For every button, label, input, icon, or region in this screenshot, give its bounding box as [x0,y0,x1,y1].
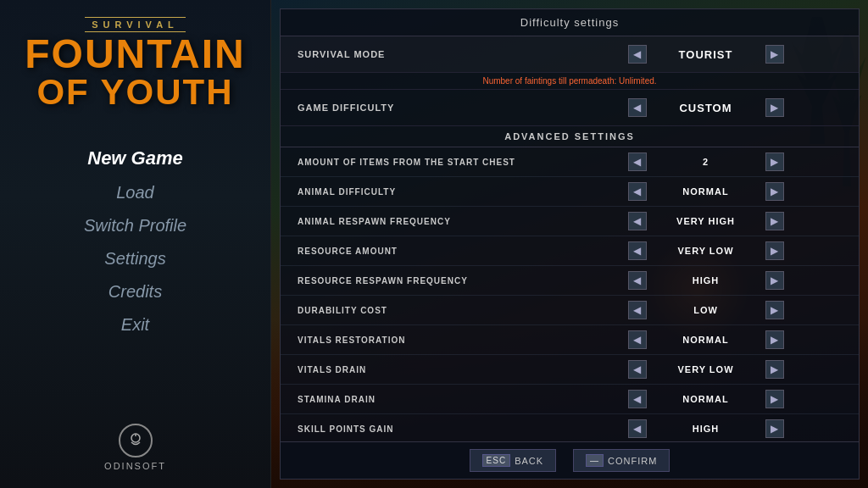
setting-value-6: NORMAL [655,335,757,345]
setting-value-3: VERY LOW [655,246,757,256]
game-difficulty-right-arrow[interactable]: ▶ [765,98,784,117]
setting-left-arrow-3[interactable]: ◀ [628,241,647,260]
setting-value-2: VERY HIGH [655,216,757,226]
back-button[interactable]: Esc BACK [470,449,557,472]
studio-name: ODINSOFT [104,461,166,471]
nav-item-new-game[interactable]: New Game [70,144,200,173]
nav-item-switch-profile[interactable]: Switch Profile [67,213,203,239]
confirm-key-badge: — [586,454,604,467]
setting-label-6: VITALS RESTORATION [298,336,570,345]
setting-label-9: SKILL POINTS GAIN [298,424,570,434]
setting-right-arrow-0[interactable]: ▶ [765,152,784,171]
nav-item-credits[interactable]: Credits [92,279,179,305]
setting-value-area-0: ◀ 2 ▶ [570,152,842,171]
survival-mode-right-arrow[interactable]: ▶ [765,45,784,64]
survival-mode-row: SURVIVAL MODE ◀ TOURIST ▶ [281,36,859,73]
setting-right-arrow-1[interactable]: ▶ [765,182,784,201]
logo-sub-text: OF YOUTH [36,75,233,110]
setting-left-arrow-4[interactable]: ◀ [628,271,647,290]
setting-label-7: VITALS DRAIN [298,365,570,374]
logo-area: SURVIVAL FOUNTAIN OF YOUTH [25,17,245,110]
setting-right-arrow-9[interactable]: ▶ [765,419,784,438]
table-row: RESOURCE AMOUNT ◀ VERY LOW ▶ [281,236,859,266]
game-difficulty-label: GAME DIFFICULTY [298,103,570,113]
setting-value-area-1: ◀ NORMAL ▶ [570,182,842,201]
setting-label-1: ANIMAL DIFFICULTY [298,187,570,197]
setting-right-arrow-2[interactable]: ▶ [765,212,784,230]
setting-left-arrow-0[interactable]: ◀ [628,152,647,171]
nav-item-exit[interactable]: Exit [104,312,166,338]
game-difficulty-left-arrow[interactable]: ◀ [628,98,647,117]
setting-value-1: NORMAL [655,186,757,197]
esc-key-badge: Esc [482,454,511,467]
table-row: AMOUNT OF ITEMS FROM THE START CHEST ◀ 2… [281,147,859,177]
setting-value-area-7: ◀ VERY LOW ▶ [570,360,842,379]
panel-title: Difficulty settings [281,9,859,36]
faintings-note: Number of faintings till permadeath: Unl… [281,73,859,90]
survival-mode-left-arrow[interactable]: ◀ [628,45,647,64]
main-panel: Difficulty settings SURVIVAL MODE ◀ TOUR… [271,0,868,488]
table-row: VITALS RESTORATION ◀ NORMAL ▶ [281,325,859,355]
setting-left-arrow-9[interactable]: ◀ [628,419,647,438]
faintings-value: Unlimited. [619,76,656,86]
setting-value-area-6: ◀ NORMAL ▶ [570,330,842,349]
setting-right-arrow-4[interactable]: ▶ [765,271,784,290]
bottom-buttons: Esc BACK — CONFIRM [281,441,859,479]
game-difficulty-value-area: ◀ CUSTOM ▶ [570,98,842,117]
setting-value-area-5: ◀ LOW ▶ [570,301,842,319]
game-difficulty-value: CUSTOM [655,102,757,114]
setting-left-arrow-1[interactable]: ◀ [628,182,647,201]
sidebar: SURVIVAL FOUNTAIN OF YOUTH New Game Load… [0,0,271,488]
setting-label-8: STAMINA DRAIN [298,395,570,404]
survival-mode-value: TOURIST [655,48,757,61]
confirm-label: CONFIRM [608,456,657,466]
difficulty-panel: Difficulty settings SURVIVAL MODE ◀ TOUR… [280,8,860,480]
nav-item-load[interactable]: Load [99,180,171,206]
back-label: BACK [515,456,543,466]
setting-value-9: HIGH [655,424,757,434]
setting-value-area-4: ◀ HIGH ▶ [570,271,842,290]
setting-value-8: NORMAL [655,394,757,404]
setting-value-0: 2 [655,157,757,167]
setting-left-arrow-5[interactable]: ◀ [628,301,647,319]
table-row: VITALS DRAIN ◀ VERY LOW ▶ [281,355,859,385]
logo-survival-text: SURVIVAL [85,17,186,32]
setting-value-area-3: ◀ VERY LOW ▶ [570,241,842,260]
setting-right-arrow-6[interactable]: ▶ [765,330,784,349]
setting-left-arrow-2[interactable]: ◀ [628,212,647,230]
confirm-button[interactable]: — CONFIRM [573,449,670,472]
logo-main-text: FOUNTAIN [25,34,245,75]
setting-label-2: ANIMAL RESPAWN FREQUENCY [298,217,570,226]
table-row: STAMINA DRAIN ◀ NORMAL ▶ [281,385,859,414]
advanced-settings-title: ADVANCED SETTINGS [281,126,859,147]
table-row: SKILL POINTS GAIN ◀ HIGH ▶ [281,414,859,441]
setting-label-4: RESOURCE RESPAWN FREQUENCY [298,276,570,286]
setting-value-area-8: ◀ NORMAL ▶ [570,390,842,408]
setting-label-0: AMOUNT OF ITEMS FROM THE START CHEST [298,158,570,167]
setting-right-arrow-3[interactable]: ▶ [765,241,784,260]
settings-scroll-area[interactable]: AMOUNT OF ITEMS FROM THE START CHEST ◀ 2… [281,147,859,441]
setting-left-arrow-8[interactable]: ◀ [628,390,647,408]
setting-right-arrow-8[interactable]: ▶ [765,390,784,408]
nav-menu: New Game Load Switch Profile Settings Cr… [0,144,270,338]
setting-value-area-9: ◀ HIGH ▶ [570,419,842,438]
studio-logo: ODINSOFT [104,424,166,471]
nav-item-settings[interactable]: Settings [87,246,182,272]
setting-right-arrow-7[interactable]: ▶ [765,360,784,379]
setting-label-5: DURABILITY COST [298,306,570,315]
setting-left-arrow-6[interactable]: ◀ [628,330,647,349]
survival-mode-label: SURVIVAL MODE [298,49,570,59]
studio-icon [119,424,153,458]
setting-right-arrow-5[interactable]: ▶ [765,301,784,319]
table-row: ANIMAL DIFFICULTY ◀ NORMAL ▶ [281,177,859,207]
game-difficulty-row: GAME DIFFICULTY ◀ CUSTOM ▶ [281,90,859,126]
setting-label-3: RESOURCE AMOUNT [298,247,570,256]
setting-value-7: VERY LOW [655,364,757,374]
setting-value-5: LOW [655,305,757,315]
setting-value-area-2: ◀ VERY HIGH ▶ [570,212,842,230]
survival-mode-value-area: ◀ TOURIST ▶ [570,45,842,64]
setting-value-4: HIGH [655,275,757,286]
table-row: RESOURCE RESPAWN FREQUENCY ◀ HIGH ▶ [281,266,859,296]
setting-left-arrow-7[interactable]: ◀ [628,360,647,379]
table-row: ANIMAL RESPAWN FREQUENCY ◀ VERY HIGH ▶ [281,207,859,236]
